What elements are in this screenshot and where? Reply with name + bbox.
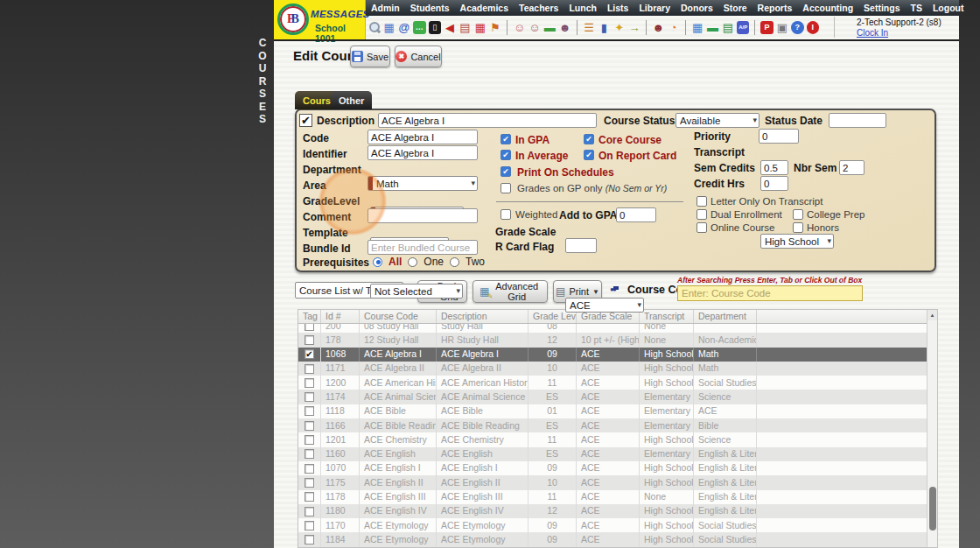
row-tag-checkbox[interactable] [304, 392, 314, 402]
clock-in-link[interactable]: Clock In [857, 28, 955, 39]
mobile-phone-icon[interactable]: ▯ [429, 21, 441, 34]
row-tag-checkbox[interactable] [304, 349, 314, 359]
report-calendar-icon[interactable]: ▤ [458, 21, 471, 34]
row-tag-checkbox[interactable] [304, 364, 314, 374]
status-date-input[interactable] [829, 113, 886, 128]
table-row-1178[interactable]: 1178ACE English IIIACE English III11ACEN… [298, 490, 928, 504]
calendar-icon[interactable]: ▦ [382, 21, 395, 34]
cancel-button[interactable]: ✖ Cancel [395, 46, 442, 67]
course-code-search-input[interactable] [677, 285, 863, 301]
nav-item-donors[interactable]: Donors [676, 0, 718, 16]
bundle-id-input[interactable] [368, 240, 478, 255]
nav-item-reports[interactable]: Reports [752, 0, 798, 16]
grades-gp-only-checkbox[interactable] [500, 183, 511, 193]
money-note-icon[interactable]: ▬ [543, 21, 556, 34]
row-tag-checkbox[interactable] [304, 478, 314, 488]
table-row-1166[interactable]: 1166ACE Bible ReadingACE Bible ReadingES… [298, 418, 928, 432]
credit-hrs-input[interactable] [760, 176, 788, 191]
tab-other[interactable]: Other [331, 91, 372, 109]
advanced-grid-button[interactable]: ▦✎ Advanced Grid [472, 280, 548, 303]
column-header-transcript[interactable]: Transcript [640, 310, 694, 323]
table-row-1171[interactable]: 1171ACE Algebra IIACE Algebra II10ACEHig… [298, 362, 928, 376]
row-tag-checkbox[interactable] [304, 406, 314, 416]
description-input[interactable] [378, 113, 597, 128]
row-tag-checkbox[interactable] [304, 324, 314, 331]
printer-icon[interactable]: ▣ [776, 21, 788, 34]
library-book-icon[interactable]: ▮ [598, 21, 610, 34]
row-tag-checkbox[interactable] [304, 535, 314, 544]
accounts-payable-icon[interactable]: A/P [737, 21, 749, 34]
table-row-1201[interactable]: 1201ACE ChemistryACE Chemistry11ACEHigh … [298, 432, 928, 446]
pdf-icon[interactable]: P [760, 21, 773, 34]
weighted-checkbox[interactable] [500, 209, 511, 220]
nav-item-lists[interactable]: Lists [602, 0, 634, 16]
check-printer-icon[interactable]: ▤ [722, 21, 734, 34]
priority-input[interactable] [759, 129, 799, 144]
row-tag-checkbox[interactable] [304, 507, 314, 516]
brand-logo[interactable]: P B MESSAGES School 1001 [274, 0, 366, 39]
course-status-select[interactable]: Available [676, 113, 760, 128]
table-row-1180[interactable]: 1180ACE English IVACE English IV12ACEHig… [298, 504, 928, 518]
print-on-schedules-checkbox[interactable] [500, 166, 511, 177]
nav-item-logout[interactable]: Logout [928, 0, 970, 16]
send-arrow-icon[interactable]: → [628, 21, 640, 34]
description-checkbox[interactable] [299, 114, 312, 127]
table-row-1174[interactable]: 1174ACE Animal ScienceACE Animal Science… [298, 390, 928, 404]
letter-only-checkbox[interactable] [696, 196, 707, 207]
table-row-1160[interactable]: 1160ACE EnglishACE EnglishESACEElementar… [298, 447, 928, 461]
grade-scale-select[interactable]: ACE [565, 298, 644, 313]
power-icon[interactable]: I [807, 21, 819, 34]
row-tag-checkbox[interactable] [304, 335, 314, 345]
in-gpa-checkbox[interactable] [500, 134, 511, 144]
nav-item-settings[interactable]: Settings [858, 0, 905, 16]
nav-item-teachers[interactable]: Teachers [514, 0, 564, 16]
search-icon[interactable] [368, 21, 380, 34]
college-prep-checkbox[interactable] [793, 209, 803, 220]
column-header-tag[interactable]: Tag [298, 310, 321, 323]
prereq-radio-all[interactable] [373, 257, 382, 267]
core-course-checkbox[interactable] [584, 134, 594, 144]
credit-card-icon[interactable]: ▬ [706, 21, 718, 34]
comment-input[interactable] [368, 208, 478, 223]
nbr-sem-input[interactable] [839, 160, 864, 175]
horn-icon[interactable]: ✦ [613, 21, 626, 34]
lunch-icon[interactable]: ☰ [583, 21, 595, 34]
table-scrollbar[interactable]: ▲ [927, 310, 937, 547]
honors-checkbox[interactable] [793, 222, 803, 233]
megaphone-icon[interactable]: ⚑ [489, 21, 501, 34]
save-button[interactable]: Save [350, 46, 390, 67]
table-row-1170[interactable]: 1170ACE EtymologyACE Etymology09ACEHigh … [298, 518, 928, 532]
nav-item-store[interactable]: Store [718, 0, 752, 16]
r-card-flag-input[interactable] [565, 238, 597, 253]
table-row-1068[interactable]: 1068ACE Algebra IACE Algebra I09ACEHigh … [298, 348, 928, 362]
row-tag-checkbox[interactable] [304, 435, 314, 445]
calendar-date-icon[interactable]: ▦ [474, 21, 486, 34]
template-select[interactable]: Not Selected [370, 284, 463, 299]
nav-item-library[interactable]: Library [634, 0, 676, 16]
row-tag-checkbox[interactable] [304, 464, 314, 474]
nav-item-admin[interactable]: Admin [366, 0, 405, 16]
nav-item-accounting[interactable]: Accounting [797, 0, 858, 16]
row-tag-checkbox[interactable] [304, 521, 314, 530]
scroll-thumb[interactable] [929, 487, 936, 530]
add-student-icon[interactable]: ☺ [513, 21, 525, 34]
email-at-icon[interactable]: @ [398, 21, 410, 34]
chat-icon[interactable]: … [413, 21, 425, 34]
transcript-select[interactable]: High School [760, 234, 834, 249]
table-row-1184[interactable]: 1184ACE EtymologyACE Etymology09ACEHigh … [298, 532, 928, 546]
speaker-icon[interactable]: ◀ [444, 21, 456, 34]
department-select[interactable]: Math [368, 176, 478, 191]
column-header-department[interactable]: Department [694, 310, 757, 323]
grid-table-icon[interactable]: ▦ [691, 21, 704, 34]
student-icon[interactable]: ☺ [528, 21, 541, 34]
row-tag-checkbox[interactable] [304, 449, 314, 459]
table-row-178[interactable]: 17812 Study HallHR Study Hall1210 pt +/-… [298, 333, 928, 347]
staff-icon[interactable]: ☻ [652, 21, 664, 34]
table-row-1070[interactable]: 1070ACE English IACE English I09ACEHigh … [298, 461, 928, 475]
table-row-1118[interactable]: 1118ACE BibleACE Bible01ACEElementaryACE [298, 404, 928, 418]
online-course-checkbox[interactable] [696, 222, 707, 233]
add-to-gpa-input[interactable] [616, 207, 656, 222]
prereq-radio-two[interactable] [450, 257, 459, 267]
table-row-200[interactable]: 20008 Study HallStudy Hall08None [298, 324, 928, 333]
sem-credits-input[interactable] [760, 160, 788, 175]
